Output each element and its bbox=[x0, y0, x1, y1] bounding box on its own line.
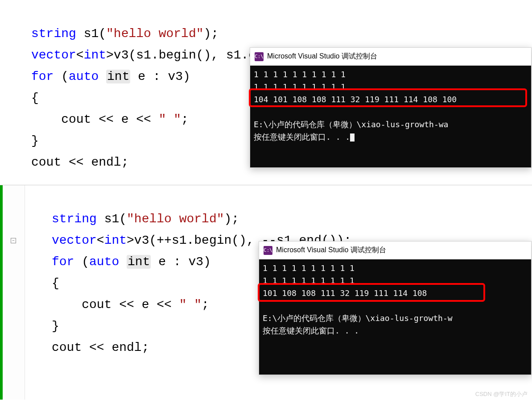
token: s1( bbox=[97, 212, 127, 226]
console-window-top[interactable]: C:\ Microsoft Visual Studio 调试控制台 1 1 1 … bbox=[250, 47, 532, 168]
token: ); bbox=[203, 27, 219, 41]
token: e : v3) bbox=[151, 255, 210, 269]
console-title: Microsoft Visual Studio 调试控制台 bbox=[267, 52, 377, 61]
token: ; bbox=[202, 298, 209, 312]
token: cout << e << bbox=[31, 112, 159, 126]
vs-console-icon: C:\ bbox=[264, 246, 272, 255]
inline-hint: int bbox=[127, 255, 151, 269]
token-keyword: auto bbox=[69, 70, 99, 83]
token-keyword: vector bbox=[52, 233, 97, 247]
token-keyword: auto bbox=[89, 255, 119, 269]
token-keyword: vector bbox=[31, 48, 76, 62]
token-string: " " bbox=[159, 112, 181, 126]
token: ); bbox=[224, 212, 239, 226]
token: s1( bbox=[76, 27, 106, 41]
out-line-highlight: 101 108 108 111 32 119 111 114 108 bbox=[263, 288, 427, 298]
token: { bbox=[52, 276, 59, 290]
token: ; bbox=[181, 112, 189, 126]
token-keyword: string bbox=[52, 212, 97, 226]
out-line: 1 1 1 1 1 1 1 1 1 1 bbox=[254, 82, 346, 92]
token: cout << endl; bbox=[31, 155, 128, 169]
out-line: E:\小卢的代码仓库（卑微）\xiao-lus-growth-wa bbox=[254, 120, 448, 129]
token-string: "hello world" bbox=[127, 212, 224, 226]
token-string: "hello world" bbox=[106, 27, 203, 41]
watermark: CSDN @学IT的小卢 bbox=[475, 390, 528, 398]
token-string: " " bbox=[179, 298, 202, 312]
token: ( bbox=[74, 255, 89, 269]
console-title: Microsoft Visual Studio 调试控制台 bbox=[276, 246, 386, 255]
token: cout << e << bbox=[52, 298, 179, 312]
out-line-highlight: 104 101 108 108 111 32 119 111 114 108 1… bbox=[254, 95, 457, 104]
out-line: E:\小卢的代码仓库（卑微）\xiao-lus-growth-w bbox=[263, 313, 453, 323]
token: } bbox=[31, 134, 39, 148]
token bbox=[99, 70, 106, 83]
token: { bbox=[31, 91, 39, 105]
token: < bbox=[76, 48, 84, 62]
inline-hint: int bbox=[106, 70, 130, 83]
console-output-bot[interactable]: 1 1 1 1 1 1 1 1 1 1 1 1 1 1 1 1 1 1 1 1 … bbox=[259, 259, 531, 375]
token: cout << endl; bbox=[52, 341, 149, 354]
token-keyword: for bbox=[52, 255, 74, 269]
out-line: 1 1 1 1 1 1 1 1 1 1 bbox=[254, 70, 346, 79]
console-titlebar[interactable]: C:\ Microsoft Visual Studio 调试控制台 bbox=[250, 48, 531, 66]
cursor-icon bbox=[350, 133, 355, 142]
out-line: 1 1 1 1 1 1 1 1 1 1 bbox=[263, 263, 355, 273]
token-keyword: string bbox=[31, 27, 76, 41]
vs-console-icon: C:\ bbox=[255, 52, 264, 61]
token: } bbox=[52, 319, 59, 333]
out-line: 1 1 1 1 1 1 1 1 1 1 bbox=[263, 276, 355, 285]
console-window-bot[interactable]: C:\ Microsoft Visual Studio 调试控制台 1 1 1 … bbox=[259, 241, 532, 375]
out-line: 按任意键关闭此窗口. . . bbox=[263, 326, 359, 335]
out-line: 按任意键关闭此窗口. . . bbox=[254, 132, 350, 142]
token bbox=[119, 255, 127, 269]
token-keyword: int bbox=[104, 233, 127, 247]
token-keyword: int bbox=[84, 48, 106, 62]
token-keyword: for bbox=[31, 70, 54, 83]
token: < bbox=[97, 233, 104, 247]
token: ( bbox=[54, 70, 69, 83]
console-titlebar[interactable]: C:\ Microsoft Visual Studio 调试控制台 bbox=[259, 242, 531, 259]
console-output-top[interactable]: 1 1 1 1 1 1 1 1 1 1 1 1 1 1 1 1 1 1 1 1 … bbox=[250, 66, 531, 167]
token: e : v3) bbox=[130, 70, 190, 83]
